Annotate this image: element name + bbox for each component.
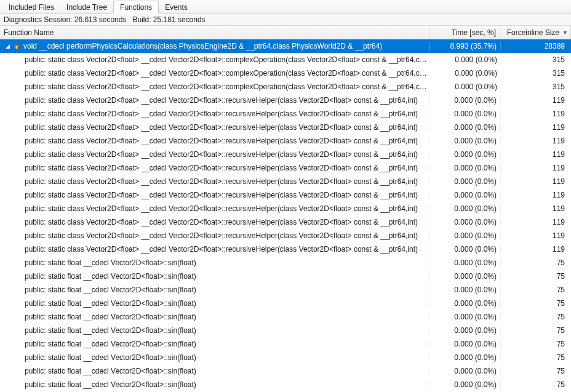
expander-icon[interactable]: ◢ [4,43,11,49]
size-value: 75 [500,258,571,267]
time-value: 0.000 (0.0%) [429,164,500,172]
column-header-time[interactable]: Time [sec, %] [429,26,500,39]
function-name: public: static class Vector2D<float> __c… [25,123,418,132]
time-value: 0.000 (0.0%) [429,231,500,240]
time-value: 0.000 (0.0%) [429,380,500,389]
time-value: 0.000 (0.0%) [431,69,501,78]
size-value: 75 [500,286,571,294]
table-row[interactable]: public: static float __cdecl Vector2D<fl… [0,324,571,337]
table-row[interactable]: public: static class Vector2D<float> __c… [0,53,571,66]
table-row[interactable]: public: static class Vector2D<float> __c… [0,121,571,134]
table-row[interactable]: public: static float __cdecl Vector2D<fl… [0,297,571,310]
table-row[interactable]: public: static class Vector2D<float> __c… [0,188,571,202]
table-row[interactable]: public: static class Vector2D<float> __c… [0,66,571,80]
function-name: public: static class Vector2D<float> __c… [25,177,418,186]
tab-include-tree[interactable]: Include Tree [60,1,113,14]
function-name: public: static float __cdecl Vector2D<fl… [25,299,196,308]
diagnostics-bar: Diagnostics Session: 26.613 seconds Buil… [0,14,571,26]
column-header-row: Function Name Time [sec, %] Forceinline … [0,26,571,39]
time-value: 0.000 (0.0%) [429,150,500,159]
sort-desc-icon: ▼ [562,30,568,36]
flame-icon [12,42,21,50]
table-row[interactable]: public: static float __cdecl Vector2D<fl… [0,351,571,364]
size-value: 75 [500,353,571,362]
table-row[interactable]: public: static float __cdecl Vector2D<fl… [0,270,571,283]
column-header-size[interactable]: Forceinline Size ▼ [500,26,571,39]
table-row[interactable]: public: static class Vector2D<float> __c… [0,215,571,229]
time-value: 0.000 (0.0%) [429,353,500,362]
tab-events[interactable]: Events [159,1,194,14]
time-value: 0.000 (0.0%) [429,272,500,281]
size-value: 119 [500,137,571,145]
size-value: 315 [501,69,571,78]
size-value: 75 [500,367,571,375]
time-value: 0.000 (0.0%) [429,326,500,335]
time-value: 0.000 (0.0%) [429,191,500,199]
time-value: 8.993 (35.7%) [429,42,500,50]
function-name: public: static float __cdecl Vector2D<fl… [25,326,196,335]
tab-included-files[interactable]: Included Files [2,1,60,14]
size-value: 75 [500,380,571,389]
column-header-size-label: Forceinline Size [507,28,559,37]
table-row[interactable]: public: static class Vector2D<float> __c… [0,229,571,242]
function-name: public: static class Vector2D<float> __c… [25,110,418,118]
function-name: public: static class Vector2D<float> __c… [25,82,427,91]
function-name: public: static class Vector2D<float> __c… [25,245,418,254]
table-row[interactable]: public: static float __cdecl Vector2D<fl… [0,283,571,297]
time-value: 0.000 (0.0%) [431,82,501,91]
table-row[interactable]: public: static class Vector2D<float> __c… [0,242,571,256]
table-row[interactable]: public: static class Vector2D<float> __c… [0,134,571,148]
function-name: void __cdecl performPhysicsCalculations(… [23,42,382,50]
table-row[interactable]: public: static float __cdecl Vector2D<fl… [0,310,571,324]
function-name: public: static float __cdecl Vector2D<fl… [25,313,196,321]
size-value: 315 [501,82,571,91]
table-row[interactable]: public: static float __cdecl Vector2D<fl… [0,364,571,378]
function-name: public: static class Vector2D<float> __c… [25,150,418,159]
size-value: 119 [500,218,571,226]
table-row[interactable]: public: static class Vector2D<float> __c… [0,148,571,161]
time-value: 0.000 (0.0%) [429,299,500,308]
function-name: public: static float __cdecl Vector2D<fl… [25,340,196,348]
time-value: 0.000 (0.0%) [429,110,500,118]
table-row[interactable]: public: static class Vector2D<float> __c… [0,175,571,188]
function-name: public: static class Vector2D<float> __c… [25,69,427,78]
function-name: public: static float __cdecl Vector2D<fl… [25,367,196,375]
time-value: 0.000 (0.0%) [429,123,500,132]
function-name: public: static class Vector2D<float> __c… [25,137,418,145]
size-value: 75 [500,340,571,348]
table-row[interactable]: public: static class Vector2D<float> __c… [0,80,571,94]
function-tree[interactable]: ◢void __cdecl performPhysicsCalculations… [0,39,571,392]
function-name: public: static class Vector2D<float> __c… [25,55,427,64]
table-row[interactable]: public: static float __cdecl Vector2D<fl… [0,256,571,270]
time-value: 0.000 (0.0%) [429,137,500,145]
function-name: public: static class Vector2D<float> __c… [25,204,418,213]
size-value: 75 [500,313,571,321]
size-value: 119 [500,204,571,213]
table-row[interactable]: public: static class Vector2D<float> __c… [0,161,571,175]
function-name: public: static class Vector2D<float> __c… [25,231,418,240]
size-value: 119 [500,177,571,186]
time-value: 0.000 (0.0%) [429,96,500,105]
time-value: 0.000 (0.0%) [429,218,500,226]
time-value: 0.000 (0.0%) [429,177,500,186]
function-name: public: static float __cdecl Vector2D<fl… [25,272,196,281]
size-value: 75 [500,272,571,281]
function-name: public: static float __cdecl Vector2D<fl… [25,353,196,362]
column-header-time-label: Time [sec, %] [452,28,496,37]
table-row[interactable]: public: static float __cdecl Vector2D<fl… [0,337,571,351]
size-value: 119 [500,150,571,159]
table-row-parent[interactable]: ◢void __cdecl performPhysicsCalculations… [0,39,571,53]
time-value: 0.000 (0.0%) [431,55,501,64]
diag-session-value: 26.613 seconds [74,15,127,24]
tab-functions[interactable]: Functions [113,1,159,14]
function-name: public: static class Vector2D<float> __c… [25,218,418,226]
table-row[interactable]: public: static float __cdecl Vector2D<fl… [0,378,571,391]
time-value: 0.000 (0.0%) [429,313,500,321]
time-value: 0.000 (0.0%) [429,286,500,294]
table-row[interactable]: public: static class Vector2D<float> __c… [0,107,571,121]
size-value: 315 [501,55,571,64]
table-row[interactable]: public: static class Vector2D<float> __c… [0,94,571,107]
column-header-name[interactable]: Function Name [0,26,429,39]
table-row[interactable]: public: static class Vector2D<float> __c… [0,202,571,215]
size-value: 119 [500,245,571,254]
